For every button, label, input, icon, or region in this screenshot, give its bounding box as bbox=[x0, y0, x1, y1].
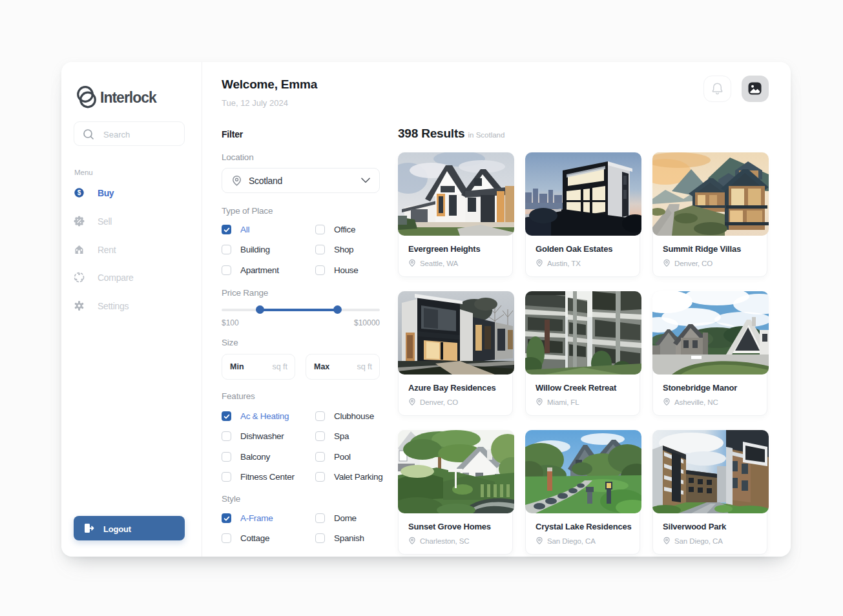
svg-text:$: $ bbox=[78, 189, 81, 196]
